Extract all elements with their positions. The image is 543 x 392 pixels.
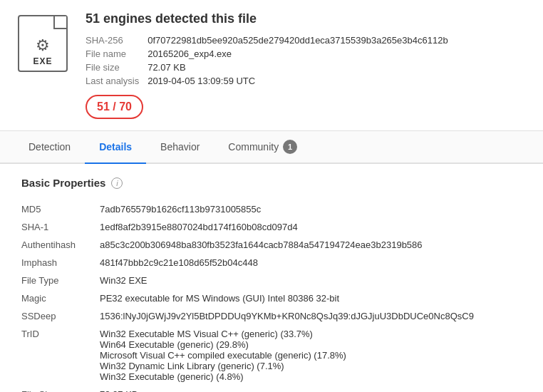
property-value: PE32 executable for MS Windows (GUI) Int…: [100, 289, 522, 307]
property-value: 7adb765579b1626cf113b9731005855c: [100, 200, 522, 218]
info-value: 0f70722981db5ee920a525de279420dd1eca3715…: [148, 33, 457, 47]
info-label: File size: [86, 61, 148, 74]
file-type-label: EXE: [33, 56, 52, 66]
info-icon[interactable]: i: [111, 177, 123, 189]
property-value: a85c3c200b306948ba830fb3523fa1644cacb788…: [100, 236, 522, 254]
property-row: MD57adb765579b1626cf113b9731005855c: [21, 200, 522, 218]
info-label: Last analysis: [86, 74, 148, 88]
tab-community[interactable]: Community1: [214, 131, 311, 164]
properties-table: MD57adb765579b1626cf113b9731005855cSHA-1…: [21, 200, 522, 392]
property-value: Win32 EXE: [100, 272, 522, 289]
property-row: Imphash481f47bbb2c9c21e108d65f52b04c448: [21, 254, 522, 272]
info-label: File name: [86, 47, 148, 61]
property-key: SSDeep: [21, 307, 100, 325]
property-row: SSDeep1536:lNyJ0jGWjJ9v2Yl5BtDPDDUq9YKMb…: [21, 307, 522, 325]
property-value: 72.07 KB: [100, 386, 522, 392]
tab-behavior[interactable]: Behavior: [146, 131, 214, 164]
tab-detection[interactable]: Detection: [14, 131, 85, 164]
property-value: 1edf8af2b3915e8807024bd174f160b08cd097d4: [100, 218, 522, 236]
property-key: File Type: [21, 272, 100, 289]
property-value: 1536:lNyJ0jGWjJ9v2Yl5BtDPDDUq9YKMb+KR0Nc…: [100, 307, 522, 325]
property-row: TrIDWin32 Executable MS Visual C++ (gene…: [21, 325, 522, 386]
info-label: SHA-256: [86, 33, 148, 47]
file-icon: ⚙ EXE: [18, 15, 68, 72]
property-key: TrID: [21, 325, 100, 386]
property-key: SHA-1: [21, 218, 100, 236]
content-area: Basic Properties i MD57adb765579b1626cf1…: [0, 164, 543, 392]
info-row: SHA-2560f70722981db5ee920a525de279420dd1…: [86, 33, 457, 47]
property-key: Magic: [21, 289, 100, 307]
property-key: Imphash: [21, 254, 100, 272]
property-key: MD5: [21, 200, 100, 218]
section-title: Basic Properties i: [21, 177, 522, 189]
property-value: Win32 Executable MS Visual C++ (generic)…: [100, 325, 522, 386]
header-section: ⚙ EXE 51 engines detected this file SHA-…: [0, 0, 543, 131]
header-info: 51 engines detected this file SHA-2560f7…: [86, 11, 529, 119]
tab-badge: 1: [283, 140, 297, 154]
tab-details[interactable]: Details: [85, 131, 146, 164]
property-key: Authentihash: [21, 236, 100, 254]
tab-label: Detection: [29, 141, 71, 153]
file-icon-wrap: ⚙ EXE: [14, 11, 71, 76]
info-row: Last analysis2019-04-05 13:09:59 UTC: [86, 74, 457, 88]
detection-title: 51 engines detected this file: [86, 11, 529, 26]
score-badge: 51 / 70: [86, 95, 143, 119]
property-value: 481f47bbb2c9c21e108d65f52b04c448: [100, 254, 522, 272]
info-row: File size72.07 KB: [86, 61, 457, 74]
info-value: 72.07 KB: [148, 61, 457, 74]
property-row: SHA-11edf8af2b3915e8807024bd174f160b08cd…: [21, 218, 522, 236]
property-row: File Size72.07 KB: [21, 386, 522, 392]
info-value: 20165206_exp4.exe: [148, 47, 457, 61]
property-key: File Size: [21, 386, 100, 392]
info-row: File name20165206_exp4.exe: [86, 47, 457, 61]
tab-label: Community: [228, 141, 279, 153]
property-row: File TypeWin32 EXE: [21, 272, 522, 289]
gear-icon: ⚙: [36, 36, 50, 55]
property-row: MagicPE32 executable for MS Windows (GUI…: [21, 289, 522, 307]
property-row: Authentihasha85c3c200b306948ba830fb3523f…: [21, 236, 522, 254]
tab-bar: DetectionDetailsBehaviorCommunity1: [0, 131, 543, 164]
info-value: 2019-04-05 13:09:59 UTC: [148, 74, 457, 88]
tab-label: Details: [99, 141, 132, 153]
file-info-table: SHA-2560f70722981db5ee920a525de279420dd1…: [86, 33, 457, 88]
tab-label: Behavior: [160, 141, 200, 153]
